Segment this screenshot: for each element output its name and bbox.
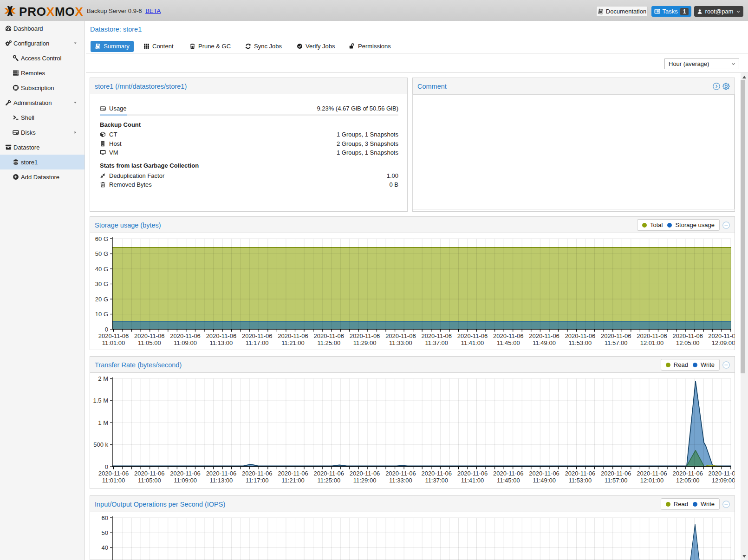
svg-text:1.5 M: 1.5 M — [93, 397, 108, 404]
svg-text:2020-11-06: 2020-11-06 — [708, 470, 735, 477]
svg-text:2020-11-06: 2020-11-06 — [350, 332, 380, 339]
svg-text:11:13:00: 11:13:00 — [210, 339, 233, 346]
svg-text:2020-11-06: 2020-11-06 — [529, 470, 559, 477]
svg-text:60 G: 60 G — [95, 235, 108, 242]
svg-text:500 k: 500 k — [93, 441, 108, 448]
svg-text:11:01:00: 11:01:00 — [102, 477, 125, 484]
svg-text:0: 0 — [105, 463, 108, 470]
svg-text:11:57:00: 11:57:00 — [605, 477, 628, 484]
svg-text:2020-11-06: 2020-11-06 — [565, 332, 596, 339]
svg-text:40: 40 — [102, 544, 108, 551]
svg-text:2020-11-06: 2020-11-06 — [350, 470, 380, 477]
svg-text:2020-11-06: 2020-11-06 — [673, 332, 703, 339]
svg-text:12:05:00: 12:05:00 — [676, 339, 700, 346]
svg-text:40 G: 40 G — [95, 266, 108, 273]
svg-text:11:41:00: 11:41:00 — [461, 339, 484, 346]
svg-text:11:13:00: 11:13:00 — [210, 477, 233, 484]
svg-text:11:29:00: 11:29:00 — [353, 339, 377, 346]
svg-text:11:29:00: 11:29:00 — [353, 477, 377, 484]
svg-text:11:05:00: 11:05:00 — [138, 339, 161, 346]
svg-text:2020-11-06: 2020-11-06 — [601, 332, 631, 339]
svg-text:2020-11-06: 2020-11-06 — [385, 470, 416, 477]
svg-text:11:01:00: 11:01:00 — [102, 339, 125, 346]
svg-text:10 G: 10 G — [95, 311, 108, 318]
svg-text:2020-11-06: 2020-11-06 — [637, 470, 667, 477]
svg-text:2020-11-06: 2020-11-06 — [278, 470, 308, 477]
svg-text:2020-11-06: 2020-11-06 — [314, 470, 345, 477]
svg-text:11:33:00: 11:33:00 — [389, 477, 412, 484]
svg-text:2020-11-06: 2020-11-06 — [421, 332, 452, 339]
svg-text:11:05:00: 11:05:00 — [138, 477, 161, 484]
svg-text:11:25:00: 11:25:00 — [317, 339, 340, 346]
svg-text:1 M: 1 M — [98, 419, 108, 426]
svg-text:11:49:00: 11:49:00 — [533, 339, 556, 346]
svg-text:11:53:00: 11:53:00 — [569, 477, 592, 484]
svg-text:11:49:00: 11:49:00 — [533, 477, 556, 484]
svg-text:11:09:00: 11:09:00 — [174, 339, 197, 346]
svg-text:12:01:00: 12:01:00 — [640, 477, 664, 484]
svg-text:11:45:00: 11:45:00 — [497, 477, 520, 484]
svg-text:2020-11-06: 2020-11-06 — [457, 332, 488, 339]
svg-text:12:09:00: 12:09:00 — [712, 477, 735, 484]
svg-text:20 G: 20 G — [95, 296, 108, 303]
svg-text:12:09:00: 12:09:00 — [712, 339, 735, 346]
svg-text:11:53:00: 11:53:00 — [569, 339, 592, 346]
svg-text:11:45:00: 11:45:00 — [497, 339, 520, 346]
svg-text:2020-11-06: 2020-11-06 — [385, 332, 416, 339]
svg-text:11:37:00: 11:37:00 — [425, 477, 448, 484]
svg-text:2020-11-06: 2020-11-06 — [314, 332, 345, 339]
svg-text:2020-11-06: 2020-11-06 — [673, 470, 703, 477]
svg-text:2020-11-06: 2020-11-06 — [206, 470, 237, 477]
svg-text:11:41:00: 11:41:00 — [461, 477, 484, 484]
svg-text:2020-11-06: 2020-11-06 — [529, 332, 559, 339]
svg-text:2020-11-06: 2020-11-06 — [98, 332, 129, 339]
svg-text:2020-11-06: 2020-11-06 — [242, 470, 273, 477]
svg-text:11:21:00: 11:21:00 — [281, 477, 305, 484]
svg-text:30 G: 30 G — [95, 280, 108, 287]
svg-text:11:37:00: 11:37:00 — [425, 339, 448, 346]
svg-text:2020-11-06: 2020-11-06 — [493, 470, 524, 477]
svg-text:2020-11-06: 2020-11-06 — [565, 470, 596, 477]
svg-text:2020-11-06: 2020-11-06 — [708, 332, 735, 339]
svg-text:11:09:00: 11:09:00 — [174, 477, 197, 484]
svg-text:2020-11-06: 2020-11-06 — [170, 470, 201, 477]
svg-text:12:05:00: 12:05:00 — [676, 477, 700, 484]
svg-text:2020-11-06: 2020-11-06 — [601, 470, 631, 477]
svg-text:11:21:00: 11:21:00 — [281, 339, 305, 346]
svg-text:2020-11-06: 2020-11-06 — [98, 470, 129, 477]
svg-text:2020-11-06: 2020-11-06 — [242, 332, 273, 339]
svg-text:2020-11-06: 2020-11-06 — [206, 332, 237, 339]
svg-text:0: 0 — [105, 326, 108, 333]
svg-text:12:01:00: 12:01:00 — [640, 339, 664, 346]
svg-text:2020-11-06: 2020-11-06 — [134, 470, 165, 477]
svg-text:2020-11-06: 2020-11-06 — [637, 332, 667, 339]
svg-text:2 M: 2 M — [98, 375, 108, 382]
svg-text:50 G: 50 G — [95, 250, 108, 257]
svg-text:2020-11-06: 2020-11-06 — [134, 332, 165, 339]
svg-text:11:25:00: 11:25:00 — [317, 477, 340, 484]
svg-text:2020-11-06: 2020-11-06 — [278, 332, 308, 339]
svg-text:11:57:00: 11:57:00 — [605, 339, 628, 346]
svg-text:2020-11-06: 2020-11-06 — [493, 332, 524, 339]
svg-text:11:17:00: 11:17:00 — [246, 477, 269, 484]
svg-text:11:17:00: 11:17:00 — [246, 339, 269, 346]
svg-text:2020-11-06: 2020-11-06 — [457, 470, 488, 477]
svg-text:11:33:00: 11:33:00 — [389, 339, 412, 346]
svg-text:2020-11-06: 2020-11-06 — [170, 332, 201, 339]
svg-text:2020-11-06: 2020-11-06 — [421, 470, 452, 477]
svg-text:60: 60 — [102, 514, 108, 521]
svg-text:50: 50 — [102, 529, 108, 536]
